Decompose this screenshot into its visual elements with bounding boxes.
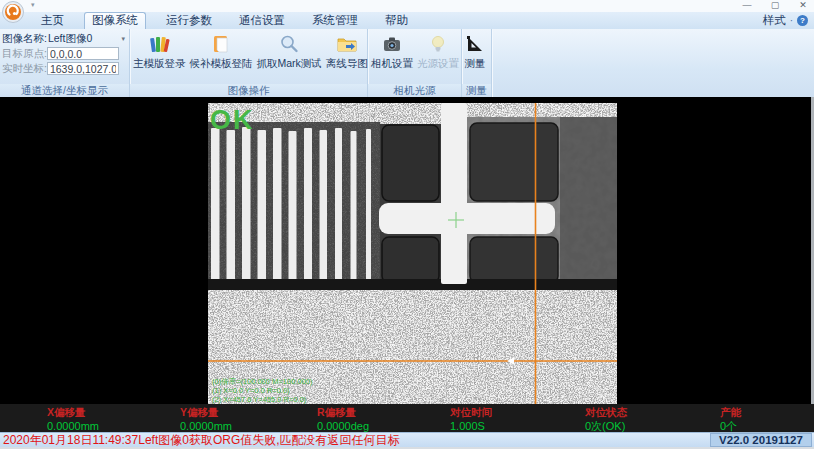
stat-y-offset: Y偏移量 0.0000mm — [180, 407, 232, 432]
stat-capacity-value: 0个 — [720, 420, 741, 432]
chevron-down-icon: ▾ — [121, 35, 125, 43]
ribbon-empty-area — [492, 29, 814, 97]
offline-map-label: 离线导图 — [326, 57, 368, 69]
tab-image-system[interactable]: 图像系统 — [84, 12, 146, 29]
camera-viewport: OK (0)倍率=(100.000 M=100.000) (1) X=0.0 Y… — [0, 97, 814, 404]
maximize-button[interactable]: ▢ — [768, 0, 782, 12]
master-template-login-label: 主模版登录 — [133, 57, 186, 69]
stat-x-offset-value: 0.0000mm — [47, 420, 99, 432]
app-logo-icon — [2, 1, 24, 23]
stat-align-status: 对位状态 0次(OK) — [585, 407, 627, 432]
measure-button[interactable]: 测量 — [462, 30, 488, 84]
quadrant-top-right — [470, 123, 558, 201]
stat-capacity-label: 产能 — [720, 407, 741, 418]
group-label-image-ops: 图像操作 — [130, 84, 367, 97]
stat-r-offset: R偏移量 0.0000deg — [317, 407, 369, 432]
quadrant-bottom-right — [470, 237, 558, 283]
folder-icon — [336, 33, 358, 55]
tab-run-params[interactable]: 运行参数 — [159, 12, 219, 29]
group-image-operations: 主模版登录 候补模板登陆 抓取Mark测试 — [130, 29, 368, 97]
overlay-info-line-3: (2) X=457.6 Y=455.0 R=0.0) — [212, 395, 307, 404]
app-window: — ▢ ✕ ▾ 主页 图像系统 运行参数 通信设置 系统管理 帮助 样式 · ? — [0, 0, 814, 449]
stat-r-offset-label: R偏移量 — [317, 407, 369, 418]
app-logo-button[interactable] — [2, 1, 24, 23]
stat-x-offset-label: X偏移量 — [47, 407, 99, 418]
camera-settings-button[interactable]: 相机设置 — [369, 30, 415, 84]
stat-align-time-label: 对位时间 — [450, 407, 492, 418]
light-settings-label: 光源设置 — [417, 57, 459, 69]
measure-label: 测量 — [465, 57, 486, 69]
grab-mark-test-label: 抓取Mark测试 — [257, 57, 322, 69]
help-icon[interactable]: ? — [797, 15, 808, 26]
ok-status-overlay: OK — [210, 105, 255, 135]
grab-mark-test-button[interactable]: 抓取Mark测试 — [255, 30, 324, 84]
light-bulb-icon — [427, 33, 449, 55]
right-region-light — [560, 117, 617, 283]
stat-align-time: 对位时间 1.000S — [450, 407, 492, 432]
group-label-channel: 通道选择/坐标显示 — [0, 84, 129, 97]
target-origin-field[interactable] — [47, 47, 119, 60]
backup-template-login-button[interactable]: 候补模板登陆 — [188, 30, 255, 84]
minimize-button[interactable]: — — [740, 0, 754, 12]
stat-y-offset-label: Y偏移量 — [180, 407, 232, 418]
group-label-measure: 测量 — [462, 84, 491, 97]
quadrant-top-left — [382, 125, 439, 201]
camera-image[interactable]: OK (0)倍率=(100.000 M=100.000) (1) X=0.0 Y… — [208, 103, 617, 404]
target-origin-label: 目标原点: — [2, 47, 47, 61]
status-message: 2020年01月18日11:49:37Left图像0获取ORG值失败,匹配没有返… — [3, 433, 400, 447]
image-name-combobox[interactable]: Left图像0 ▾ — [47, 31, 129, 47]
tab-home[interactable]: 主页 — [34, 12, 71, 29]
realtime-coord-label: 实时坐标: — [2, 62, 47, 76]
stat-x-offset: X偏移量 0.0000mm — [47, 407, 99, 432]
offline-map-button[interactable]: 离线导图 — [324, 30, 370, 84]
group-measure: 测量 测量 — [462, 29, 492, 97]
style-separator: · — [790, 15, 793, 26]
master-template-login-button[interactable]: 主模版登录 — [131, 30, 188, 84]
menu-bar: 主页 图像系统 运行参数 通信设置 系统管理 帮助 样式 · ? — [0, 12, 814, 29]
title-bar: — ▢ ✕ — [0, 0, 814, 12]
group-label-camera-light: 相机光源 — [368, 84, 461, 97]
style-menu-button[interactable]: 样式 — [763, 13, 786, 28]
overlay-info-line-1: (0)倍率=(100.000 M=100.000) — [212, 377, 313, 386]
quadrant-bottom-left — [382, 237, 439, 283]
books-icon — [148, 33, 170, 55]
tab-system-mgmt[interactable]: 系统管理 — [305, 12, 365, 29]
stat-capacity: 产能 0个 — [720, 407, 741, 432]
backup-template-login-label: 候补模板登陆 — [190, 57, 253, 69]
ribbon-tabs: 主页 图像系统 运行参数 通信设置 系统管理 帮助 — [34, 12, 428, 29]
stats-bar: X偏移量 0.0000mm Y偏移量 0.0000mm R偏移量 0.0000d… — [0, 404, 814, 432]
clipboard-icon — [210, 33, 232, 55]
quick-access-arrow-icon[interactable]: ▾ — [31, 1, 35, 9]
group-channel-select: 图像名称: Left图像0 ▾ 目标原点: 实时坐标: 通道选择/坐标显示 — [0, 29, 130, 97]
status-bar: 2020年01月18日11:49:37Left图像0获取ORG值失败,匹配没有返… — [0, 432, 814, 447]
version-badge: V22.0 20191127 — [710, 433, 812, 447]
ribbon: 图像名称: Left图像0 ▾ 目标原点: 实时坐标: 通道选择/坐标显示 — [0, 29, 814, 97]
set-square-icon — [464, 33, 486, 55]
realtime-coord-field[interactable] — [47, 62, 119, 75]
camera-icon — [381, 33, 403, 55]
camera-settings-label: 相机设置 — [371, 57, 413, 69]
tab-comm-settings[interactable]: 通信设置 — [232, 12, 292, 29]
tab-help[interactable]: 帮助 — [378, 12, 415, 29]
overlay-info-line-2: (1) X=0.0 Y=0.0 R=0.0) — [212, 386, 290, 395]
stat-y-offset-value: 0.0000mm — [180, 420, 232, 432]
light-settings-button: 光源设置 — [415, 30, 461, 84]
image-name-value: Left图像0 — [48, 32, 122, 46]
dark-band — [208, 279, 617, 291]
stat-align-status-label: 对位状态 — [585, 407, 627, 418]
image-name-label: 图像名称: — [2, 32, 47, 46]
group-camera-light: 相机设置 光源设置 相机光源 — [368, 29, 462, 97]
stat-align-time-value: 1.000S — [450, 420, 492, 432]
close-button[interactable]: ✕ — [796, 0, 810, 12]
magnifier-icon — [278, 33, 300, 55]
stat-r-offset-value: 0.0000deg — [317, 420, 369, 432]
stat-align-status-value: 0次(OK) — [585, 420, 627, 432]
